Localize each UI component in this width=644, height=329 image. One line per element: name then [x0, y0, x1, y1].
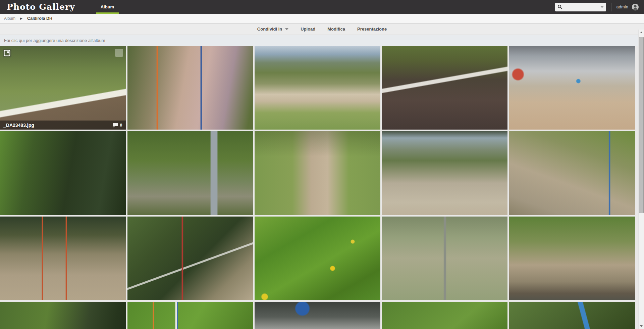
slideshow-button-label: Presentazione	[357, 27, 387, 32]
comment-count: 0	[120, 123, 122, 128]
app-logo[interactable]: Photo Gallery	[7, 2, 75, 12]
photo-thumbnail[interactable]	[127, 46, 253, 130]
scrollbar-thumb[interactable]	[639, 37, 644, 213]
photo-thumbnail[interactable]	[127, 131, 253, 215]
album-toolbar: Condividi in Upload Modifica Presentazio…	[0, 23, 644, 35]
tab-active-underline	[96, 12, 119, 14]
tab-album-label: Album	[101, 4, 114, 9]
photo-thumbnail[interactable]	[255, 131, 380, 215]
photo-thumbnail[interactable]	[127, 217, 253, 300]
user-name[interactable]: admin	[616, 4, 628, 9]
scrollbar-down-arrow[interactable]	[639, 323, 644, 329]
photo-thumbnail[interactable]	[0, 302, 126, 329]
topbar-divider	[611, 3, 611, 11]
photo-select-icon[interactable]	[3, 49, 11, 57]
photo-thumbnail[interactable]: _DA23483.jpg 0	[0, 46, 126, 130]
photo-comments: 0	[112, 123, 122, 128]
edit-button[interactable]: Modifica	[327, 27, 345, 32]
top-bar: Photo Gallery Album admin	[0, 0, 644, 14]
photo-grid: _DA23483.jpg 0	[0, 46, 635, 329]
share-button-label: Condividi in	[257, 27, 282, 32]
share-button[interactable]: Condividi in	[257, 27, 288, 32]
photo-thumbnail[interactable]	[0, 217, 126, 300]
edit-button-label: Modifica	[327, 27, 345, 32]
photo-thumbnail[interactable]	[255, 46, 380, 130]
photo-thumbnail[interactable]	[382, 217, 508, 300]
breadcrumb-current: Caldirola DH	[27, 16, 52, 21]
search-scope-caret-icon[interactable]	[600, 6, 604, 8]
vertical-scrollbar[interactable]	[638, 30, 644, 329]
photo-action-icon[interactable]	[115, 49, 123, 57]
photo-thumbnail[interactable]	[382, 46, 508, 130]
breadcrumb-album-link[interactable]: Album	[4, 16, 15, 21]
photo-caption-bar: _DA23483.jpg 0	[0, 121, 126, 130]
photo-thumbnail[interactable]: ✕ xtremehardware.com	[509, 302, 635, 329]
search-box[interactable]	[555, 3, 606, 11]
photo-thumbnail[interactable]	[382, 131, 508, 215]
album-description-prompt[interactable]: Fai clic qui per aggiungere una descrizi…	[0, 35, 644, 46]
photo-thumbnail[interactable]	[0, 131, 126, 215]
search-icon	[557, 4, 562, 9]
photo-thumbnail[interactable]	[382, 302, 508, 329]
photo-thumbnail[interactable]	[255, 302, 380, 329]
breadcrumb: Album ▶ Caldirola DH	[0, 14, 644, 23]
upload-button-label: Upload	[301, 27, 315, 32]
slideshow-button[interactable]: Presentazione	[357, 27, 387, 32]
upload-button[interactable]: Upload	[301, 27, 315, 32]
photo-thumbnail[interactable]	[509, 46, 635, 130]
tab-album[interactable]: Album	[96, 0, 119, 14]
topbar-right: admin	[555, 3, 644, 11]
search-input[interactable]	[564, 4, 599, 9]
user-avatar-icon[interactable]	[632, 3, 639, 11]
scrollbar-up-arrow[interactable]	[639, 30, 644, 35]
share-caret-icon	[285, 28, 288, 30]
photo-thumbnail[interactable]	[127, 302, 253, 329]
breadcrumb-arrow-icon: ▶	[20, 17, 22, 20]
comment-bubble-icon	[112, 123, 118, 128]
photo-thumbnail[interactable]	[509, 131, 635, 215]
photo-thumbnail[interactable]	[255, 217, 380, 300]
photo-filename: _DA23483.jpg	[3, 123, 34, 128]
photo-thumbnail[interactable]	[509, 217, 635, 300]
